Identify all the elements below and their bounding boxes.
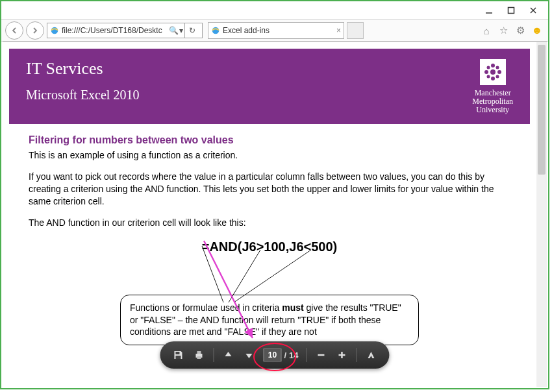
ie-icon — [50, 26, 59, 35]
titlebar — [1, 1, 548, 19]
print-icon[interactable] — [192, 349, 205, 361]
callout-box: Functions or formulae used in criteria m… — [120, 295, 419, 346]
svg-point-6 — [490, 69, 496, 75]
browser-tab[interactable]: Excel add-ins × — [208, 22, 344, 39]
zoom-out-icon[interactable] — [315, 349, 328, 361]
content-viewport: IT Services Microsoft Excel 2010 Manches… — [3, 42, 547, 387]
adobe-icon[interactable] — [365, 349, 378, 361]
search-icon[interactable]: 🔍 — [169, 26, 178, 35]
callout-bold: must — [282, 302, 303, 313]
formula-text: =AND(J6>100,J6<500) — [29, 238, 510, 256]
favorites-icon[interactable]: ☆ — [496, 23, 510, 38]
close-button[interactable] — [522, 3, 544, 18]
svg-point-11 — [486, 66, 490, 69]
svg-point-14 — [496, 75, 499, 79]
pdf-toolbar: / 14 — [160, 341, 389, 369]
svg-rect-22 — [197, 351, 201, 354]
scrollbar-thumb[interactable] — [538, 45, 546, 175]
address-bar[interactable]: file:///C:/Users/DT168/Desktc 🔍 ▾ ↻ — [47, 23, 203, 38]
feedback-icon[interactable]: ☻ — [530, 23, 544, 38]
window-frame: file:///C:/Users/DT168/Desktc 🔍 ▾ ↻ Exce… — [0, 0, 549, 389]
university-logo-block: Manchester Metropolitan University — [472, 59, 513, 115]
save-icon[interactable] — [171, 349, 184, 361]
section-heading: Filtering for numbers between two values — [29, 133, 510, 147]
paragraph: The AND function in our criterion cell w… — [29, 217, 510, 229]
new-tab-button[interactable] — [347, 22, 364, 39]
zoom-in-icon[interactable] — [336, 349, 349, 361]
page-slash: / — [284, 350, 286, 360]
back-button[interactable] — [5, 21, 23, 40]
page-indicator: / 14 — [263, 349, 298, 361]
separator — [307, 348, 307, 362]
document-banner: IT Services Microsoft Excel 2010 Manches… — [9, 49, 530, 124]
minimize-button[interactable] — [478, 3, 500, 18]
separator — [357, 348, 357, 362]
uni-name-3: University — [472, 106, 513, 114]
svg-rect-20 — [175, 356, 181, 359]
home-icon[interactable]: ⌂ — [479, 23, 494, 38]
address-text: file:///C:/Users/DT168/Desktc — [62, 26, 169, 35]
separator — [213, 348, 214, 362]
callout-text: Functions or formulae used in criteria — [130, 302, 282, 313]
next-page-icon[interactable] — [242, 349, 255, 361]
total-pages: 14 — [289, 350, 298, 360]
pdf-page: IT Services Microsoft Excel 2010 Manches… — [9, 49, 530, 380]
maximize-button[interactable] — [500, 3, 522, 18]
svg-point-9 — [484, 70, 488, 74]
svg-point-13 — [486, 75, 490, 79]
svg-rect-23 — [197, 356, 201, 359]
svg-rect-1 — [508, 8, 514, 14]
refresh-button[interactable]: ↻ — [184, 23, 199, 38]
svg-point-10 — [497, 70, 501, 74]
tab-title: Excel add-ins — [223, 26, 270, 35]
svg-point-8 — [491, 77, 495, 80]
paragraph: This is an example of using a function a… — [29, 149, 510, 162]
settings-icon[interactable]: ⚙ — [513, 23, 527, 38]
address-dropdown[interactable]: ▾ — [178, 26, 184, 35]
banner-brand: IT Services — [26, 59, 472, 79]
university-logo-icon — [480, 59, 506, 85]
svg-point-12 — [496, 66, 499, 69]
document-body: Filtering for numbers between two values… — [9, 124, 530, 355]
tab-close-icon[interactable]: × — [336, 26, 341, 35]
ie-icon — [211, 26, 220, 35]
banner-subtitle: Microsoft Excel 2010 — [26, 88, 472, 103]
prev-page-icon[interactable] — [221, 349, 234, 361]
current-page-input[interactable] — [263, 349, 281, 361]
browser-toolbar: file:///C:/Users/DT168/Desktc 🔍 ▾ ↻ Exce… — [1, 19, 548, 42]
vertical-scrollbar[interactable] — [536, 42, 547, 387]
svg-rect-19 — [175, 352, 179, 354]
forward-button[interactable] — [26, 21, 44, 40]
paragraph: If you want to pick out records where th… — [29, 171, 510, 208]
svg-point-7 — [491, 64, 495, 67]
